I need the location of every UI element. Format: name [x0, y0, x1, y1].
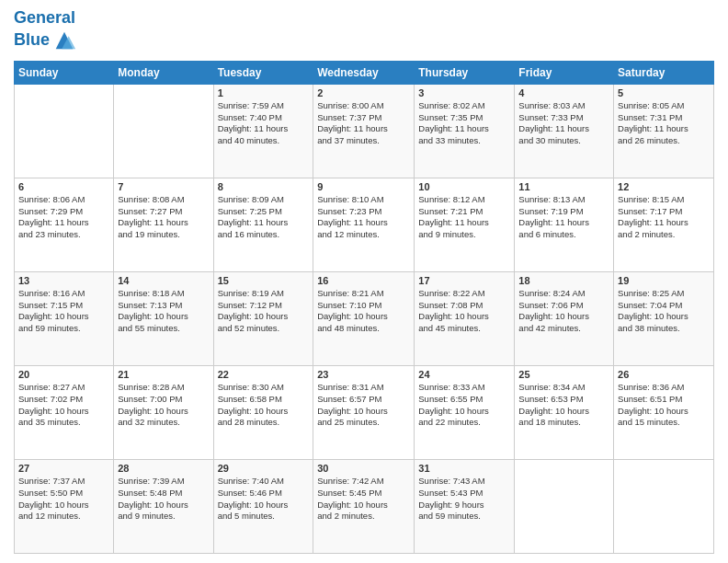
day-info-line: and 18 minutes.	[518, 417, 609, 429]
day-info-line: Sunset: 7:17 PM	[618, 206, 710, 218]
week-row-5: 27Sunrise: 7:37 AMSunset: 5:50 PMDayligh…	[15, 459, 714, 553]
calendar-cell: 5Sunrise: 8:05 AMSunset: 7:31 PMDaylight…	[614, 84, 714, 178]
day-info-line: Sunrise: 8:33 AM	[418, 382, 510, 394]
day-info-line: and 9 minutes.	[418, 229, 510, 241]
logo: General Blue	[14, 9, 77, 53]
day-number: 8	[218, 181, 310, 192]
day-info-line: and 52 minutes.	[218, 323, 310, 335]
day-info-line: and 35 minutes.	[18, 417, 109, 429]
weekday-header-thursday: Thursday	[415, 61, 515, 84]
calendar-cell: 28Sunrise: 7:39 AMSunset: 5:48 PMDayligh…	[114, 459, 213, 553]
day-info-line: Sunset: 7:10 PM	[317, 300, 410, 312]
calendar-cell: 20Sunrise: 8:27 AMSunset: 7:02 PMDayligh…	[15, 365, 114, 459]
day-info-line: and 12 minutes.	[317, 229, 410, 241]
day-info-line: Daylight: 11 hours	[518, 217, 609, 229]
day-info-line: Sunset: 6:57 PM	[317, 394, 410, 406]
day-info-line: Sunset: 7:29 PM	[18, 206, 109, 218]
day-info-line: Daylight: 10 hours	[18, 500, 109, 511]
day-info-line: Daylight: 10 hours	[218, 500, 310, 511]
day-info-line: Sunrise: 8:27 AM	[18, 382, 109, 394]
day-number: 27	[18, 463, 109, 474]
day-info-line: Daylight: 11 hours	[618, 123, 710, 135]
day-info-line: Sunrise: 8:22 AM	[418, 288, 510, 300]
day-info-line: Sunrise: 8:10 AM	[317, 194, 410, 206]
day-info-line: and 40 minutes.	[218, 135, 310, 147]
day-number: 14	[118, 275, 209, 286]
calendar-cell: 1Sunrise: 7:59 AMSunset: 7:40 PMDaylight…	[213, 84, 313, 178]
day-number: 30	[317, 463, 410, 474]
day-number: 1	[218, 87, 310, 98]
calendar-cell: 15Sunrise: 8:19 AMSunset: 7:12 PMDayligh…	[213, 271, 313, 365]
day-number: 2	[317, 87, 410, 98]
day-info-line: Sunset: 7:33 PM	[518, 112, 609, 124]
day-info-line: Sunrise: 7:42 AM	[317, 476, 410, 488]
day-number: 15	[218, 275, 310, 286]
day-info-line: Sunrise: 8:18 AM	[118, 288, 209, 300]
day-info-line: Daylight: 10 hours	[317, 311, 410, 323]
day-number: 23	[317, 369, 410, 380]
day-info-line: Sunrise: 8:03 AM	[518, 100, 609, 112]
calendar-cell: 3Sunrise: 8:02 AMSunset: 7:35 PMDaylight…	[415, 84, 515, 178]
day-info-line: Sunrise: 8:12 AM	[418, 194, 510, 206]
day-info-line: and 2 minutes.	[618, 229, 710, 241]
day-info-line: Daylight: 9 hours	[418, 500, 510, 511]
day-number: 20	[18, 369, 109, 380]
day-info-line: and 38 minutes.	[618, 323, 710, 335]
weekday-header-tuesday: Tuesday	[213, 61, 313, 84]
day-info-line: Sunset: 7:08 PM	[418, 300, 510, 312]
day-info-line: Daylight: 10 hours	[518, 311, 609, 323]
day-info-line: and 28 minutes.	[218, 417, 310, 429]
day-info-line: and 2 minutes.	[317, 511, 410, 523]
day-info-line: Sunset: 7:04 PM	[618, 300, 710, 312]
day-info-line: Daylight: 11 hours	[218, 217, 310, 229]
calendar-cell	[15, 84, 114, 178]
day-info-line: Daylight: 11 hours	[18, 217, 109, 229]
day-info-line: Daylight: 10 hours	[418, 311, 510, 323]
day-info-line: Daylight: 10 hours	[618, 406, 710, 418]
day-info-line: and 32 minutes.	[118, 417, 209, 429]
day-info-line: Sunrise: 7:37 AM	[18, 476, 109, 488]
day-info-line: Daylight: 11 hours	[317, 217, 410, 229]
day-info-line: Sunset: 7:19 PM	[518, 206, 609, 218]
week-row-4: 20Sunrise: 8:27 AMSunset: 7:02 PMDayligh…	[15, 365, 714, 459]
day-info-line: Daylight: 10 hours	[118, 406, 209, 418]
day-info-line: and 15 minutes.	[618, 417, 710, 429]
day-info-line: Daylight: 11 hours	[418, 217, 510, 229]
day-info-line: Sunset: 7:00 PM	[118, 394, 209, 406]
day-number: 13	[18, 275, 109, 286]
calendar-cell: 10Sunrise: 8:12 AMSunset: 7:21 PMDayligh…	[415, 178, 515, 271]
calendar-cell: 17Sunrise: 8:22 AMSunset: 7:08 PMDayligh…	[415, 271, 515, 365]
day-info-line: Sunrise: 8:05 AM	[618, 100, 710, 112]
calendar-cell: 25Sunrise: 8:34 AMSunset: 6:53 PMDayligh…	[515, 365, 614, 459]
calendar-cell: 18Sunrise: 8:24 AMSunset: 7:06 PMDayligh…	[515, 271, 614, 365]
week-row-1: 1Sunrise: 7:59 AMSunset: 7:40 PMDaylight…	[15, 84, 714, 178]
day-number: 28	[118, 463, 209, 474]
day-info-line: Sunset: 7:02 PM	[18, 394, 109, 406]
day-info-line: Sunset: 5:46 PM	[218, 488, 310, 500]
day-info-line: Sunset: 7:13 PM	[118, 300, 209, 312]
calendar-cell: 21Sunrise: 8:28 AMSunset: 7:00 PMDayligh…	[114, 365, 213, 459]
day-info-line: and 6 minutes.	[518, 229, 609, 241]
day-info-line: Sunset: 7:31 PM	[618, 112, 710, 124]
day-number: 22	[218, 369, 310, 380]
calendar-cell	[614, 459, 714, 553]
day-info-line: and 37 minutes.	[317, 135, 410, 147]
day-number: 24	[418, 369, 510, 380]
day-number: 26	[618, 369, 710, 380]
day-info-line: Daylight: 11 hours	[618, 217, 710, 229]
day-info-line: Daylight: 10 hours	[118, 500, 209, 511]
day-info-line: Sunrise: 8:06 AM	[18, 194, 109, 206]
day-info-line: Daylight: 10 hours	[518, 406, 609, 418]
day-info-line: Sunset: 5:48 PM	[118, 488, 209, 500]
calendar-cell: 26Sunrise: 8:36 AMSunset: 6:51 PMDayligh…	[614, 365, 714, 459]
day-info-line: Sunset: 5:43 PM	[418, 488, 510, 500]
day-info-line: and 59 minutes.	[418, 511, 510, 523]
day-info-line: Sunrise: 8:15 AM	[618, 194, 710, 206]
calendar-cell: 29Sunrise: 7:40 AMSunset: 5:46 PMDayligh…	[213, 459, 313, 553]
calendar-cell	[114, 84, 213, 178]
calendar-cell: 7Sunrise: 8:08 AMSunset: 7:27 PMDaylight…	[114, 178, 213, 271]
calendar-cell: 12Sunrise: 8:15 AMSunset: 7:17 PMDayligh…	[614, 178, 714, 271]
day-info-line: Daylight: 11 hours	[518, 123, 609, 135]
day-info-line: Daylight: 11 hours	[118, 217, 209, 229]
day-number: 21	[118, 369, 209, 380]
